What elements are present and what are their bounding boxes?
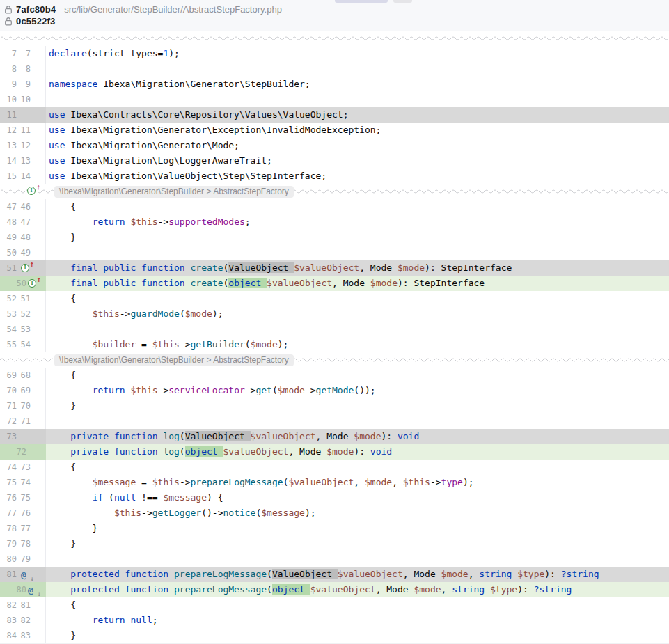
code-text[interactable]: protected function prepareLogMessage(obj… [46,582,669,597]
old-line-number: 50 [0,245,17,260]
up-arrow-icon: ↑ [36,276,41,283]
new-line-number: 52 [17,306,31,322]
code-line: 88 [0,61,669,77]
code-text[interactable] [46,61,669,77]
code-text[interactable]: final public function create(ValueObject… [46,260,669,276]
code-line: 7978 } [0,536,669,551]
implements-interface-gutter-icon[interactable]: I↑ [27,186,38,196]
code-text[interactable]: use Ibexa\Contracts\Core\Repository\Valu… [46,107,669,123]
gutter: 80@↓ [0,582,46,597]
gutter: 77 [0,46,46,61]
tab-fragment[interactable] [335,0,388,3]
code-text[interactable]: { [46,460,669,475]
gutter: 1010 [0,92,46,107]
gutter: 1514 [0,168,46,184]
code-line: 7776 $this->getLogger()->notice($message… [0,505,669,521]
code-line: 1211use Ibexa\Migration\Generator\Except… [0,123,669,138]
old-line-number: 69 [0,368,17,383]
new-line-number: 7 [17,46,31,61]
gutter: 88 [0,61,46,77]
code-line: 7271 [0,414,669,429]
code-text[interactable]: } [46,628,669,643]
code-text[interactable]: { [46,291,669,306]
code-text[interactable]: return null; [46,613,669,628]
code-text[interactable]: } [46,230,669,245]
gutter: 1312 [0,138,46,153]
old-line-number: 11 [0,107,17,123]
implements-interface-gutter-icon[interactable]: I↑ [21,263,31,274]
tab-fragment[interactable] [393,0,412,3]
code-text[interactable]: } [46,521,669,536]
gutter: 8382 [0,613,46,628]
file-path: src/lib/Generator/StepBuilder/AbstractSt… [64,4,282,15]
code-text[interactable]: private function log(object $valueObject… [46,444,669,460]
code-text[interactable]: { [46,199,669,214]
code-text[interactable]: { [46,368,669,383]
gutter: 51I↑ [0,260,46,276]
gutter: 5251 [0,291,46,306]
code-text[interactable]: if (null !== $message) { [46,490,669,505]
code-text[interactable]: } [46,398,669,414]
gutter: 7271 [0,414,46,429]
collapsed-region-separator[interactable]: I↑\Ibexa\Migration\Generator\StepBuilder… [0,184,669,199]
down-arrow-icon: ↓ [31,576,34,582]
code-text[interactable]: protected function prepareLogMessage(Val… [46,567,669,582]
code-text[interactable]: $this->getLogger()->notice($message); [46,505,669,521]
lock-icon [4,5,13,14]
code-text[interactable]: { [46,597,669,613]
code-text[interactable]: use Ibexa\Migration\ValueObject\Step\Ste… [46,168,669,184]
old-line-number: 73 [0,429,17,444]
old-line-number: 55 [0,337,17,352]
new-line-number: 10 [17,92,31,107]
gutter: 8483 [0,628,46,643]
code-text[interactable]: private function log(ValueObject $valueO… [46,429,669,444]
code-text[interactable]: return $this->supportedModes; [46,214,669,230]
diff-viewer: 7afc80b4 src/lib/Generator/StepBuilder/A… [0,0,669,644]
code-line: 7675 if (null !== $message) { [0,490,669,505]
new-line-number: 54 [17,337,31,352]
code-text[interactable]: namespace Ibexa\Migration\Generator\Step… [46,77,669,92]
code-text[interactable]: use Ibexa\Migration\Log\LoggerAwareTrait… [46,153,669,168]
old-line-number: 78 [0,521,17,536]
code-text[interactable]: final public function create(object $val… [46,276,669,291]
collapsed-region-separator[interactable] [0,31,669,46]
code-text[interactable] [46,322,669,337]
code-text[interactable]: declare(strict_types=1); [46,46,669,61]
new-line-number: 70 [17,398,31,414]
code-text[interactable] [46,92,669,107]
new-line-number: 82 [17,613,31,628]
gutter: 1211 [0,123,46,138]
code-text[interactable]: use Ibexa\Migration\Generator\Exception\… [46,123,669,138]
gutter: 7776 [0,505,46,521]
code-text[interactable] [46,414,669,429]
old-line-number: 14 [0,153,17,168]
new-line-number: 53 [17,322,31,337]
breadcrumb: \Ibexa\Migration\Generator\StepBuilder >… [54,354,294,366]
removed-line: 11use Ibexa\Contracts\Core\Repository\Va… [0,107,669,123]
code-line: 7574 $message = $this->prepareLogMessage… [0,475,669,490]
implements-interface-gutter-icon[interactable]: I↑ [28,278,38,289]
new-line-number: 79 [17,551,31,567]
code-line: 7473 { [0,460,669,475]
collapsed-region-separator[interactable]: \Ibexa\Migration\Generator\StepBuilder >… [0,352,669,368]
new-line-number: 47 [17,214,31,230]
code-text[interactable]: } [46,536,669,551]
code-text[interactable] [46,245,669,260]
overridden-method-gutter-icon[interactable]: @↓ [21,570,31,580]
gutter: 7069 [0,383,46,398]
commit-hash-new: 0c5522f3 [16,16,56,26]
code-text[interactable] [46,551,669,567]
overridden-method-gutter-icon[interactable]: @↓ [28,585,38,595]
code-text[interactable]: $this->guardMode($mode); [46,306,669,322]
code-text[interactable]: $message = $this->prepareLogMessage($val… [46,475,669,490]
added-line: 50I↑ final public function create(object… [0,276,669,291]
code-text[interactable]: use Ibexa\Migration\Generator\Mode; [46,138,669,153]
code-text[interactable]: return $this->serviceLocator->get($mode-… [46,383,669,398]
gutter: 73 [0,429,46,444]
commit-hash-old: 7afc80b4 [16,4,56,15]
old-line-number: 48 [0,214,17,230]
old-line-number: 8 [0,61,17,77]
gutter: 99 [0,77,46,92]
code-text[interactable]: $builder = $this->getBuilder($mode); [46,337,669,352]
lock-icon [4,17,13,26]
